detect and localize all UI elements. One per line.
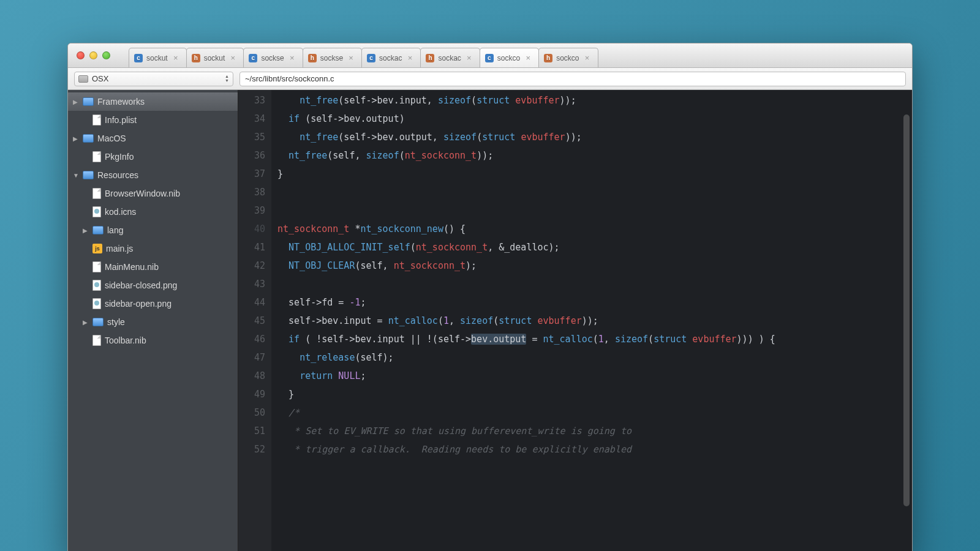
tree-item-toolbar-nib[interactable]: Toolbar.nib	[68, 331, 238, 350]
code-line[interactable]: NT_OBJ_ALLOC_INIT_self(nt_sockconn_t, &_…	[277, 238, 775, 257]
disclosure-triangle-icon[interactable]: ▶	[73, 135, 79, 142]
tab-label: sockac	[438, 54, 461, 62]
c-file-icon: c	[134, 54, 143, 62]
file-path: ~/src/libnt/src/sockconn.c	[245, 74, 334, 83]
line-number: 44	[238, 293, 265, 312]
vertical-scrollbar[interactable]	[903, 114, 910, 506]
path-bar[interactable]: ~/src/libnt/src/sockconn.c	[239, 72, 906, 86]
tree-item-pkginfo[interactable]: PkgInfo	[68, 148, 238, 166]
close-tab-icon[interactable]: ×	[465, 54, 473, 62]
h-file-icon: h	[192, 54, 200, 62]
line-number: 35	[238, 128, 265, 146]
code-editor[interactable]: 3334353637383940414243444546474849505152…	[238, 90, 912, 551]
code-line[interactable]: return NULL;	[277, 367, 775, 385]
close-tab-icon[interactable]: ×	[347, 54, 355, 62]
tree-item-mainmenu-nib[interactable]: MainMenu.nib	[68, 258, 238, 276]
code-line[interactable]: /*	[277, 403, 775, 422]
tab-sockse-h[interactable]: hsockse×	[303, 48, 362, 67]
tree-item-label: MainMenu.nib	[105, 262, 159, 272]
code-line[interactable]: if ( !self->bev.input || !(self->bev.out…	[277, 330, 775, 348]
tree-item-sidebar-closed-png[interactable]: sidebar-closed.png	[68, 276, 238, 294]
tab-label: sockco	[556, 54, 579, 62]
zoom-window-button[interactable]	[102, 51, 110, 59]
code-area[interactable]: nt_free(self->bev.input, sizeof(struct e…	[271, 90, 775, 551]
code-line[interactable]	[277, 201, 775, 220]
folder-icon	[83, 171, 94, 179]
tree-item-macos[interactable]: ▶MacOS	[68, 129, 238, 148]
tree-item-label: main.js	[106, 244, 133, 253]
tree-item-label: sidebar-closed.png	[105, 280, 177, 290]
disclosure-triangle-icon[interactable]: ▼	[73, 172, 79, 179]
code-line[interactable]: nt_free(self->bev.input, sizeof(struct e…	[277, 91, 775, 110]
line-number: 47	[238, 348, 265, 367]
tree-item-label: lang	[107, 225, 123, 235]
close-tab-icon[interactable]: ×	[583, 54, 592, 62]
code-line[interactable]: nt_free(self, sizeof(nt_sockconn_t));	[277, 146, 775, 165]
tab-label: sockse	[261, 54, 284, 62]
tree-item-sidebar-open-png[interactable]: sidebar-open.png	[68, 294, 238, 313]
code-line[interactable]: self->bev.input = nt_calloc(1, sizeof(st…	[277, 312, 775, 330]
code-line[interactable]: nt_release(self);	[277, 348, 775, 367]
body: ▶FrameworksInfo.plist▶MacOSPkgInfo▼Resou…	[68, 90, 912, 551]
code-line[interactable]	[277, 275, 775, 293]
close-tab-icon[interactable]: ×	[288, 54, 296, 62]
tab-sockut-h[interactable]: hsockut×	[186, 48, 244, 67]
tab-sockac-h[interactable]: hsockac×	[420, 48, 480, 67]
tab-bar: csockut×hsockut×csockse×hsockse×csockac×…	[129, 48, 598, 67]
project-label: OSX	[92, 74, 108, 83]
image-file-icon	[92, 298, 101, 309]
image-file-icon	[92, 280, 101, 291]
tree-item-frameworks[interactable]: ▶Frameworks	[68, 92, 238, 111]
tab-label: sockco	[497, 54, 520, 62]
tab-label: sockac	[379, 54, 402, 62]
tab-label: sockut	[204, 54, 225, 62]
tab-sockco-h[interactable]: hsockco×	[538, 48, 598, 67]
tree-item-lang[interactable]: ▶lang	[68, 221, 238, 239]
close-tab-icon[interactable]: ×	[228, 54, 237, 62]
disclosure-triangle-icon[interactable]: ▶	[83, 319, 89, 326]
file-icon	[92, 261, 101, 272]
line-number: 39	[238, 201, 265, 220]
line-number-gutter: 3334353637383940414243444546474849505152	[238, 90, 271, 551]
line-number: 36	[238, 146, 265, 165]
line-number: 34	[238, 110, 265, 128]
code-line[interactable]: }	[277, 165, 775, 183]
close-tab-icon[interactable]: ×	[172, 54, 180, 62]
line-number: 51	[238, 422, 265, 440]
line-number: 46	[238, 330, 265, 348]
tree-item-label: kod.icns	[105, 207, 136, 217]
code-line[interactable]: self->fd = -1;	[277, 293, 775, 312]
code-line[interactable]: if (self->bev.output)	[277, 110, 775, 128]
code-line[interactable]: nt_sockconn_t *nt_sockconn_new() {	[277, 220, 775, 238]
disclosure-triangle-icon[interactable]: ▶	[73, 99, 79, 105]
code-line[interactable]	[277, 183, 775, 201]
code-line[interactable]: * Set to EV_WRITE so that using bufferev…	[277, 422, 775, 440]
file-icon	[92, 188, 101, 199]
minimize-window-button[interactable]	[89, 51, 97, 59]
tree-item-style[interactable]: ▶style	[68, 313, 238, 331]
tree-item-resources[interactable]: ▼Resources	[68, 166, 238, 184]
code-line[interactable]: NT_OBJ_CLEAR(self, nt_sockconn_t);	[277, 257, 775, 275]
project-selector[interactable]: OSX ▲▼	[74, 72, 233, 86]
disclosure-triangle-icon[interactable]: ▶	[83, 227, 89, 234]
tab-sockco-c[interactable]: csockco×	[480, 48, 539, 67]
close-tab-icon[interactable]: ×	[405, 54, 414, 62]
h-file-icon: h	[544, 54, 552, 62]
close-tab-icon[interactable]: ×	[524, 54, 532, 62]
tree-item-label: Resources	[97, 170, 138, 180]
tree-item-main-js[interactable]: jsmain.js	[68, 239, 238, 258]
traffic-lights	[68, 51, 110, 59]
code-line[interactable]: * trigger a callback. Reading needs to b…	[277, 440, 775, 459]
code-line[interactable]: nt_free(self->bev.output, sizeof(struct …	[277, 128, 775, 146]
file-icon	[92, 114, 101, 126]
tab-sockse-c[interactable]: csockse×	[243, 48, 303, 67]
tab-sockut-c[interactable]: csockut×	[129, 48, 187, 67]
tree-item-browserwindow-nib[interactable]: BrowserWindow.nib	[68, 184, 238, 203]
tree-item-kod-icns[interactable]: kod.icns	[68, 203, 238, 221]
close-window-button[interactable]	[77, 51, 85, 59]
tab-sockac-c[interactable]: csockac×	[361, 48, 421, 67]
line-number: 50	[238, 403, 265, 422]
code-line[interactable]: }	[277, 385, 775, 403]
tree-item-info-plist[interactable]: Info.plist	[68, 111, 238, 129]
disk-icon	[78, 75, 88, 83]
